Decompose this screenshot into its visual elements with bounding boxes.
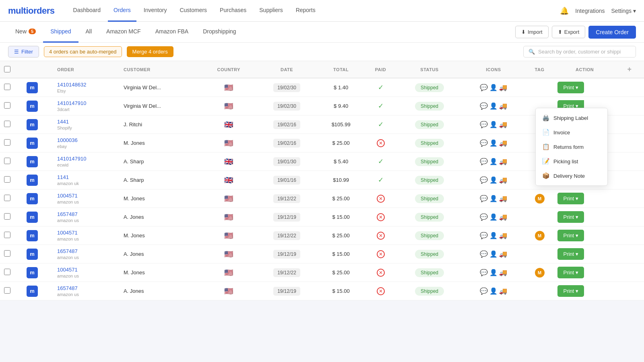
row-checkbox[interactable] (4, 139, 10, 146)
nav-customers[interactable]: Customers (174, 0, 213, 22)
bell-icon[interactable]: 🔔 (560, 6, 569, 15)
print-button[interactable]: Print ▾ (557, 211, 584, 223)
dropdown-invoice[interactable]: 📄 Invoice (536, 125, 607, 140)
truck-icon[interactable]: 🚚 (499, 121, 507, 128)
row-checkbox[interactable] (4, 102, 10, 109)
person-icon[interactable]: 👤 (489, 195, 497, 202)
person-icon[interactable]: 👤 (489, 250, 497, 258)
truck-icon[interactable]: 🚚 (499, 287, 507, 295)
order-id-link[interactable]: 1441 (57, 119, 72, 125)
message-icon[interactable]: 💬 (480, 232, 488, 239)
message-icon[interactable]: 💬 (480, 213, 488, 221)
row-checkbox[interactable] (4, 121, 10, 127)
print-button[interactable]: Print ▾ (557, 230, 584, 241)
th-add[interactable]: + (615, 61, 644, 78)
nav-suppliers[interactable]: Suppliers (254, 0, 288, 22)
row-checkbox-cell[interactable] (0, 78, 14, 97)
row-checkbox-cell[interactable] (0, 208, 14, 226)
row-checkbox[interactable] (4, 269, 10, 275)
import-button[interactable]: ⬇ Import (515, 26, 549, 38)
truck-icon[interactable]: 🚚 (499, 139, 507, 147)
row-checkbox-cell[interactable] (0, 115, 14, 134)
action-cell[interactable]: Print ▾ (554, 226, 615, 245)
truck-icon[interactable]: 🚚 (499, 269, 507, 276)
message-icon[interactable]: 💬 (480, 84, 488, 91)
th-select-all[interactable] (0, 61, 14, 78)
row-checkbox-cell[interactable] (0, 97, 14, 115)
nav-inventory[interactable]: Inventory (138, 0, 173, 22)
person-icon[interactable]: 👤 (489, 269, 497, 276)
search-box[interactable]: 🔍 (523, 46, 636, 58)
row-checkbox-cell[interactable] (0, 226, 14, 245)
tab-all[interactable]: All (78, 22, 99, 43)
message-icon[interactable]: 💬 (480, 250, 488, 258)
message-icon[interactable]: 💬 (480, 121, 488, 128)
person-icon[interactable]: 👤 (489, 121, 497, 128)
row-checkbox-cell[interactable] (0, 282, 14, 300)
row-checkbox-cell[interactable] (0, 263, 14, 282)
message-icon[interactable]: 💬 (480, 158, 488, 165)
action-cell[interactable]: Print ▾ (554, 263, 615, 282)
order-id-link[interactable]: 1410147910 (57, 156, 86, 162)
action-cell[interactable]: Print ▾ (554, 245, 615, 263)
row-checkbox[interactable] (4, 176, 10, 183)
dropdown-picking-list[interactable]: 📝 Picking list (536, 154, 607, 169)
select-all-checkbox[interactable] (4, 66, 10, 72)
person-icon[interactable]: 👤 (489, 213, 497, 221)
row-checkbox-cell[interactable] (0, 152, 14, 171)
dropdown-shipping-label[interactable]: 🖨️ Shipping Label (536, 111, 607, 125)
row-checkbox[interactable] (4, 232, 10, 238)
tab-dropshipping[interactable]: Dropshipping (196, 22, 244, 43)
tab-shipped[interactable]: Shipped (43, 22, 78, 43)
print-button[interactable]: Print ▾ (557, 267, 584, 278)
row-checkbox[interactable] (4, 84, 10, 90)
person-icon[interactable]: 👤 (489, 84, 497, 91)
row-checkbox-cell[interactable] (0, 245, 14, 263)
action-cell[interactable]: Print ▾ (554, 78, 615, 97)
print-button[interactable]: Print ▾ (557, 285, 584, 297)
truck-icon[interactable]: 🚚 (499, 158, 507, 165)
person-icon[interactable]: 👤 (489, 176, 497, 184)
row-checkbox[interactable] (4, 287, 10, 294)
row-checkbox[interactable] (4, 213, 10, 220)
row-checkbox[interactable] (4, 250, 10, 257)
row-checkbox-cell[interactable] (0, 134, 14, 152)
merge-button[interactable]: Merge 4 orders (127, 46, 173, 57)
export-button[interactable]: ⬆ Export (552, 26, 586, 38)
order-id-link[interactable]: 1004571 (57, 230, 79, 237)
person-icon[interactable]: 👤 (489, 287, 497, 295)
message-icon[interactable]: 💬 (480, 139, 488, 147)
truck-icon[interactable]: 🚚 (499, 213, 507, 221)
nav-dashboard[interactable]: Dashboard (68, 0, 107, 22)
tab-amazon-fba[interactable]: Amazon FBA (148, 22, 196, 43)
message-icon[interactable]: 💬 (480, 195, 488, 202)
message-icon[interactable]: 💬 (480, 176, 488, 184)
person-icon[interactable]: 👤 (489, 102, 497, 110)
action-cell[interactable]: Print ▾ (554, 208, 615, 226)
order-id-link[interactable]: 1000036 (57, 137, 78, 144)
tab-new[interactable]: New 5 (8, 22, 43, 43)
row-checkbox-cell[interactable] (0, 171, 14, 189)
dropdown-returns-form[interactable]: 📋 Returns form (536, 140, 607, 154)
print-button[interactable]: Print ▾ (557, 193, 584, 204)
row-checkbox[interactable] (4, 158, 10, 164)
nav-purchases[interactable]: Purchases (214, 0, 252, 22)
person-icon[interactable]: 👤 (489, 232, 497, 239)
print-button[interactable]: Print ▾ (557, 248, 584, 260)
message-icon[interactable]: 💬 (480, 269, 488, 276)
create-order-button[interactable]: Create Order (588, 26, 636, 39)
nav-reports[interactable]: Reports (290, 0, 321, 22)
order-id-link[interactable]: 1657487 (57, 285, 79, 292)
action-cell[interactable]: Print ▾ (554, 189, 615, 208)
print-button[interactable]: Print ▾ (557, 82, 584, 93)
person-icon[interactable]: 👤 (489, 158, 497, 165)
order-id-link[interactable]: 1657487 (57, 248, 79, 255)
dropdown-delivery-note[interactable]: 📦 Delivery Note (536, 169, 607, 183)
truck-icon[interactable]: 🚚 (499, 102, 507, 110)
action-cell[interactable]: Print ▾ (554, 282, 615, 300)
filter-button[interactable]: ☰ Filter (8, 46, 39, 58)
tab-amazon-mcf[interactable]: Amazon MCF (99, 22, 148, 43)
message-icon[interactable]: 💬 (480, 287, 488, 295)
truck-icon[interactable]: 🚚 (499, 250, 507, 258)
truck-icon[interactable]: 🚚 (499, 232, 507, 239)
